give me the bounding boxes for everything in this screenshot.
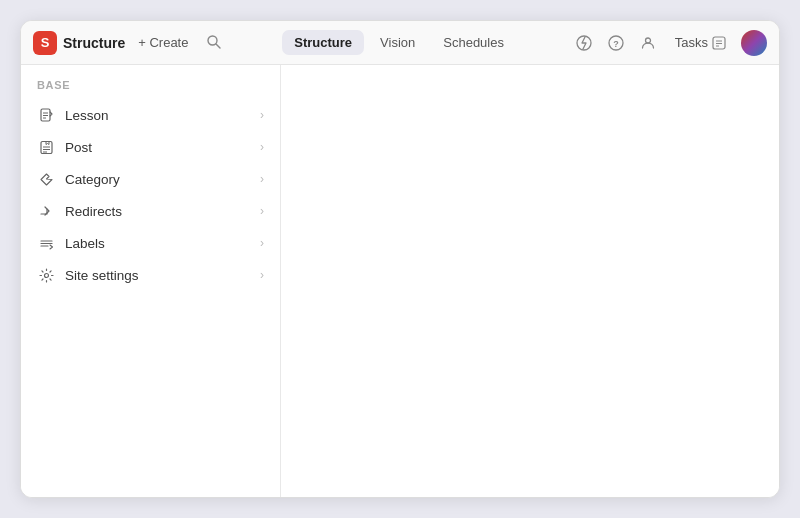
- search-button[interactable]: [201, 31, 226, 55]
- app-logo: S: [33, 31, 57, 55]
- svg-line-1: [216, 44, 220, 48]
- redirects-chevron-icon: ›: [260, 204, 264, 218]
- site-settings-icon: [37, 266, 55, 284]
- sidebar-item-site-settings-label: Site settings: [65, 268, 250, 283]
- main-content: [281, 65, 779, 497]
- lesson-icon: [37, 106, 55, 124]
- sidebar-item-category[interactable]: Category ›: [21, 163, 280, 195]
- sidebar-item-site-settings[interactable]: Site settings ›: [21, 259, 280, 291]
- redirects-icon: [37, 202, 55, 220]
- app-title: Structure: [63, 35, 125, 51]
- sidebar-item-labels[interactable]: Labels ›: [21, 227, 280, 259]
- category-icon: [37, 170, 55, 188]
- svg-point-5: [645, 38, 650, 43]
- app-window: S Structure + Create Structure Vision Sc…: [20, 20, 780, 498]
- tab-structure[interactable]: Structure: [282, 30, 364, 55]
- sidebar-item-redirects-label: Redirects: [65, 204, 250, 219]
- post-chevron-icon: ›: [260, 140, 264, 154]
- bolt-icon-button[interactable]: [572, 32, 596, 54]
- sidebar: Base Lesson ›: [21, 65, 281, 497]
- create-button[interactable]: + Create: [131, 32, 195, 53]
- titlebar: S Structure + Create Structure Vision Sc…: [21, 21, 779, 65]
- labels-icon: [37, 234, 55, 252]
- sidebar-item-redirects[interactable]: Redirects ›: [21, 195, 280, 227]
- sidebar-section-label: Base: [21, 79, 280, 99]
- site-settings-chevron-icon: ›: [260, 268, 264, 282]
- category-chevron-icon: ›: [260, 172, 264, 186]
- svg-text:?: ?: [613, 39, 619, 49]
- post-icon: [37, 138, 55, 156]
- sidebar-item-lesson[interactable]: Lesson ›: [21, 99, 280, 131]
- content-area: Base Lesson ›: [21, 65, 779, 497]
- sidebar-item-post-label: Post: [65, 140, 250, 155]
- titlebar-left: S Structure + Create: [33, 31, 226, 55]
- svg-point-21: [44, 273, 48, 277]
- sidebar-item-lesson-label: Lesson: [65, 108, 250, 123]
- person-icon-button[interactable]: [636, 32, 660, 54]
- titlebar-right: ? Tasks: [572, 30, 767, 56]
- lesson-chevron-icon: ›: [260, 108, 264, 122]
- sidebar-item-post[interactable]: Post ›: [21, 131, 280, 163]
- labels-chevron-icon: ›: [260, 236, 264, 250]
- sidebar-item-category-label: Category: [65, 172, 250, 187]
- sidebar-item-labels-label: Labels: [65, 236, 250, 251]
- help-icon-button[interactable]: ?: [604, 32, 628, 54]
- tab-vision[interactable]: Vision: [368, 30, 427, 55]
- titlebar-center: Structure Vision Schedules: [234, 30, 563, 55]
- tasks-button[interactable]: Tasks: [668, 32, 733, 53]
- avatar[interactable]: [741, 30, 767, 56]
- tab-schedules[interactable]: Schedules: [431, 30, 516, 55]
